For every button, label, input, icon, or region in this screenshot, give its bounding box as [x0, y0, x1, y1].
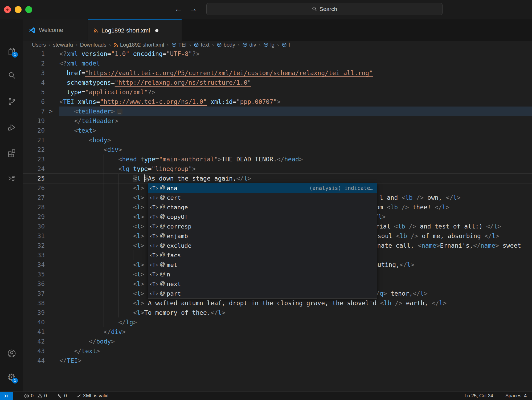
- breadcrumb-item-text[interactable]: text: [194, 42, 209, 48]
- breadcrumb-item-log1892-short-xml[interactable]: Log1892-short.xml: [113, 42, 164, 48]
- line-number: 33: [26, 250, 45, 260]
- code-line-25[interactable]: 25 <l >As down the stage again,</l>: [0, 174, 532, 183]
- window-close-button[interactable]: [4, 6, 11, 13]
- activity-bar-item-source-control[interactable]: [7, 97, 16, 106]
- vscode-icon: [28, 27, 36, 34]
- cursor-position-status[interactable]: Ln 25, Col 24: [465, 393, 493, 399]
- code-text: <l>: [59, 260, 144, 270]
- at-prefix: @: [160, 242, 165, 248]
- line-number: 22: [26, 145, 45, 154]
- suggestion-item-next[interactable]: ‹T›@next: [148, 279, 377, 289]
- code-text: </teiHeader>: [59, 116, 118, 126]
- suggestion-label: n: [167, 271, 170, 278]
- suggestion-item-cert[interactable]: ‹T›@cert: [148, 193, 377, 202]
- window-minimize-button[interactable]: [15, 6, 22, 13]
- breadcrumb-item-lg[interactable]: lg: [263, 42, 275, 48]
- breadcrumb-item-tei[interactable]: TEI: [171, 42, 187, 48]
- suggestion-label: part: [167, 290, 181, 297]
- line-number: 21: [26, 135, 45, 145]
- xml-file-icon: [113, 42, 118, 47]
- warning-icon: [37, 393, 43, 399]
- line-number: 7: [26, 107, 45, 116]
- breadcrumb-item-users[interactable]: Users: [32, 42, 46, 48]
- suggestion-item-exclude[interactable]: ‹T›@exclude: [148, 241, 377, 250]
- ports-status[interactable]: 0: [55, 392, 68, 400]
- line-number: 31: [26, 231, 45, 241]
- code-line-19[interactable]: 19 </teiHeader>: [0, 116, 532, 126]
- suggestion-label: change: [167, 204, 188, 211]
- code-line-24[interactable]: 24 <lg type="linegroup">: [0, 164, 532, 174]
- code-text: <l>: [59, 183, 144, 193]
- line-number: 23: [26, 154, 45, 164]
- suggestion-item-part[interactable]: ‹T›@part: [148, 289, 377, 298]
- line-number: 44: [26, 356, 45, 365]
- tab-welcome[interactable]: Welcome: [23, 19, 88, 41]
- at-prefix: @: [160, 280, 165, 287]
- navigate-back-button[interactable]: ←: [173, 4, 184, 13]
- line-number: 6: [26, 97, 45, 107]
- command-center-search[interactable]: Search: [206, 3, 443, 15]
- navigate-forward-button[interactable]: →: [188, 4, 199, 13]
- code-line-41[interactable]: 41 </div>: [0, 327, 532, 337]
- activity-bar-item-settings[interactable]: ⚙1: [7, 373, 16, 382]
- account-icon: [7, 349, 16, 358]
- code-line-38[interactable]: 38 <l> A wafted autumn leaf, dropt in th…: [0, 298, 532, 308]
- code-line-5[interactable]: 5 type="application/xml"?>: [0, 87, 532, 97]
- breadcrumb-separator: ›: [167, 42, 168, 48]
- attribute-kind-icon: ‹T›: [148, 204, 160, 210]
- indent-guide: [89, 250, 89, 260]
- xml-validity-status[interactable]: XML is valid.: [74, 392, 111, 400]
- suggestion-item-corresp[interactable]: ‹T›@corresp: [148, 222, 377, 231]
- suggestion-item-copyOf[interactable]: ‹T›@copyOf: [148, 212, 377, 222]
- extensions-icon: [7, 148, 16, 157]
- code-text: <?xml-model: [59, 59, 100, 68]
- code-line-23[interactable]: 23 <head type="main-authorial">THE DEAD …: [0, 154, 532, 164]
- code-line-44[interactable]: 44</TEI>: [0, 356, 532, 365]
- suggestion-label: exclude: [167, 242, 191, 249]
- code-line-42[interactable]: 42 </body>: [0, 337, 532, 346]
- activity-bar-item-account[interactable]: [7, 349, 16, 358]
- breadcrumb-item-div[interactable]: div: [242, 42, 256, 48]
- remote-indicator[interactable]: [0, 392, 13, 400]
- breadcrumb-item-l[interactable]: l: [281, 42, 290, 48]
- breadcrumb-item-body[interactable]: body: [216, 42, 235, 48]
- suggestion-item-ana[interactable]: ‹T›@ana(analysis) indicate…: [148, 183, 377, 193]
- code-line-21[interactable]: 21 <body>: [0, 135, 532, 145]
- output-list-icon: [7, 174, 16, 183]
- code-line-3[interactable]: 3 href="https://vault.tei-c.org/P5/curre…: [0, 68, 532, 78]
- code-line-43[interactable]: 43 </text>: [0, 346, 532, 356]
- suggestion-item-change[interactable]: ‹T›@change: [148, 202, 377, 212]
- suggestion-item-facs[interactable]: ‹T›@facs: [148, 250, 377, 260]
- text-caret: [144, 174, 145, 182]
- line-number: 40: [26, 317, 45, 327]
- activity-bar-item-explorer[interactable]: 1: [7, 47, 16, 56]
- code-line-22[interactable]: 22 <div>: [0, 145, 532, 154]
- activity-bar-item-output-list[interactable]: [7, 174, 16, 183]
- tab-log1892-short-xml[interactable]: Log1892-short.xml: [88, 19, 182, 41]
- suggestion-label: cert: [167, 194, 181, 201]
- activity-bar-item-extensions[interactable]: [7, 148, 16, 157]
- symbol-cube-icon: [242, 42, 248, 48]
- problems-status[interactable]: 0 0: [22, 392, 48, 400]
- unsaved-changes-dot[interactable]: [155, 29, 158, 32]
- breadcrumb-item-stewarfu[interactable]: stewarfu: [53, 42, 73, 48]
- code-line-39[interactable]: 39 <l>To memory of thee.</l>: [0, 308, 532, 317]
- indentation-status[interactable]: Spaces: 4: [505, 393, 527, 399]
- suggestion-item-n[interactable]: ‹T›@n: [148, 270, 377, 279]
- code-line-20[interactable]: 20 <text>: [0, 126, 532, 135]
- window-zoom-button[interactable]: [25, 6, 32, 13]
- code-line-7[interactable]: 7> <teiHeader>…: [0, 107, 532, 116]
- code-line-6[interactable]: 6<TEI xmlns="http://www.tei-c.org/ns/1.0…: [0, 97, 532, 107]
- breadcrumb-item-downloads[interactable]: Downloads: [80, 42, 106, 48]
- suggestion-item-met[interactable]: ‹T›@met: [148, 260, 377, 270]
- fold-chevron-icon[interactable]: >: [47, 107, 54, 116]
- activity-bar-item-run-and-debug[interactable]: [7, 123, 16, 132]
- activity-bar-item-search[interactable]: [7, 71, 16, 80]
- code-text: <lg type="linegroup">: [59, 164, 196, 174]
- code-line-4[interactable]: 4 schematypens="http://relaxng.org/ns/st…: [0, 78, 532, 87]
- suggestion-item-enjamb[interactable]: ‹T›@enjamb: [148, 231, 377, 241]
- code-line-2[interactable]: 2<?xml-model: [0, 59, 532, 68]
- code-line-1[interactable]: 1<?xml version="1.0" encoding="UTF-8"?>: [0, 49, 532, 59]
- code-line-40[interactable]: 40 </lg>: [0, 317, 532, 327]
- code-text: <l>: [59, 289, 144, 298]
